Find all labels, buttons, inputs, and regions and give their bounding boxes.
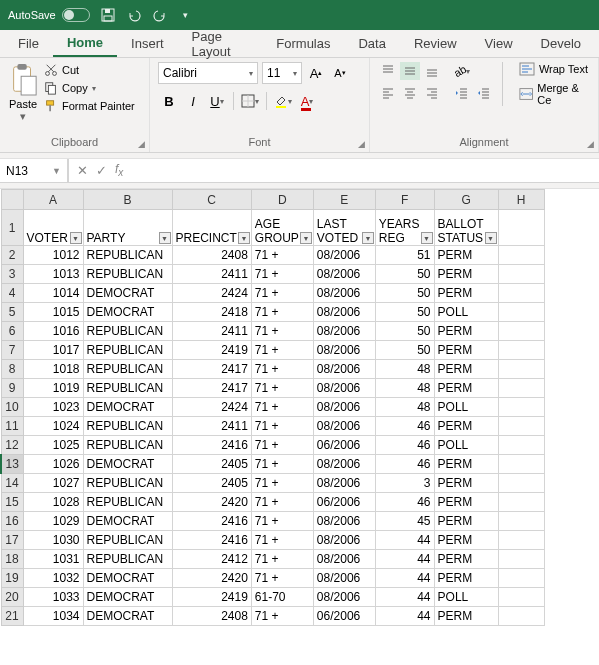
- cell[interactable]: 2411: [172, 322, 251, 341]
- fx-icon[interactable]: fx: [115, 162, 123, 178]
- cell[interactable]: 71 +: [251, 398, 313, 417]
- decrease-font-icon[interactable]: A▾: [330, 62, 350, 84]
- column-header[interactable]: A: [23, 190, 83, 210]
- row-header[interactable]: 2: [1, 246, 23, 265]
- cell[interactable]: REPUBLICAN: [83, 341, 172, 360]
- cell[interactable]: DEMOCRAT: [83, 607, 172, 626]
- cell[interactable]: PERM: [434, 379, 498, 398]
- row-header[interactable]: 17: [1, 531, 23, 550]
- cell[interactable]: 2416: [172, 436, 251, 455]
- cell[interactable]: 1029: [23, 512, 83, 531]
- redo-icon[interactable]: [152, 7, 168, 23]
- cell[interactable]: REPUBLICAN: [83, 436, 172, 455]
- cell[interactable]: 08/2006: [313, 569, 375, 588]
- cell[interactable]: PERM: [434, 246, 498, 265]
- row-header[interactable]: 7: [1, 341, 23, 360]
- dialog-launcher-icon[interactable]: ◢: [358, 139, 365, 149]
- row-header[interactable]: 18: [1, 550, 23, 569]
- row-header[interactable]: 4: [1, 284, 23, 303]
- field-header[interactable]: AGEGROUP▼: [251, 210, 313, 246]
- worksheet-grid[interactable]: ABCDEFGH1VOTER▼PARTY▼PRECINCT▼AGEGROUP▼L…: [0, 189, 599, 626]
- cell[interactable]: 08/2006: [313, 550, 375, 569]
- align-bottom-button[interactable]: [422, 62, 442, 80]
- cell[interactable]: PERM: [434, 360, 498, 379]
- cell[interactable]: DEMOCRAT: [83, 588, 172, 607]
- cell[interactable]: 71 +: [251, 569, 313, 588]
- cell[interactable]: 44: [375, 550, 434, 569]
- cell[interactable]: 1028: [23, 493, 83, 512]
- cell[interactable]: 08/2006: [313, 265, 375, 284]
- cell[interactable]: 50: [375, 265, 434, 284]
- cell[interactable]: 08/2006: [313, 322, 375, 341]
- row-header[interactable]: 11: [1, 417, 23, 436]
- cell[interactable]: 71 +: [251, 493, 313, 512]
- cancel-icon[interactable]: ✕: [77, 163, 88, 178]
- cell[interactable]: 2408: [172, 246, 251, 265]
- orientation-button[interactable]: ab▾: [452, 62, 472, 80]
- align-right-button[interactable]: [422, 84, 442, 102]
- column-header[interactable]: G: [434, 190, 498, 210]
- cell[interactable]: 44: [375, 531, 434, 550]
- cell[interactable]: 08/2006: [313, 303, 375, 322]
- cell[interactable]: 71 +: [251, 265, 313, 284]
- cell[interactable]: 2418: [172, 303, 251, 322]
- column-header[interactable]: H: [498, 190, 544, 210]
- row-header[interactable]: 14: [1, 474, 23, 493]
- cell[interactable]: 1019: [23, 379, 83, 398]
- row-header[interactable]: 9: [1, 379, 23, 398]
- cell[interactable]: 06/2006: [313, 493, 375, 512]
- field-header[interactable]: PRECINCT▼: [172, 210, 251, 246]
- cell[interactable]: REPUBLICAN: [83, 417, 172, 436]
- cell[interactable]: [498, 417, 544, 436]
- cell[interactable]: PERM: [434, 569, 498, 588]
- cell[interactable]: 2419: [172, 341, 251, 360]
- cell[interactable]: 71 +: [251, 474, 313, 493]
- row-header[interactable]: 5: [1, 303, 23, 322]
- row-header[interactable]: 8: [1, 360, 23, 379]
- cell[interactable]: POLL: [434, 588, 498, 607]
- font-color-button[interactable]: A▾: [296, 90, 318, 112]
- filter-dropdown-icon[interactable]: ▼: [362, 232, 374, 244]
- cell[interactable]: 2424: [172, 284, 251, 303]
- cell[interactable]: 71 +: [251, 379, 313, 398]
- cell[interactable]: 2417: [172, 360, 251, 379]
- align-left-button[interactable]: [378, 84, 398, 102]
- cell[interactable]: 08/2006: [313, 379, 375, 398]
- cell[interactable]: 71 +: [251, 284, 313, 303]
- cell[interactable]: 44: [375, 588, 434, 607]
- cell[interactable]: 50: [375, 322, 434, 341]
- tab-insert[interactable]: Insert: [117, 30, 178, 57]
- cell[interactable]: REPUBLICAN: [83, 493, 172, 512]
- filter-dropdown-icon[interactable]: ▼: [70, 232, 82, 244]
- cell[interactable]: [498, 210, 544, 246]
- cell[interactable]: 1024: [23, 417, 83, 436]
- tab-view[interactable]: View: [471, 30, 527, 57]
- tab-formulas[interactable]: Formulas: [262, 30, 344, 57]
- cell[interactable]: [498, 512, 544, 531]
- cell[interactable]: [498, 455, 544, 474]
- format-painter-button[interactable]: Format Painter: [42, 98, 137, 114]
- cell[interactable]: 1033: [23, 588, 83, 607]
- formula-input[interactable]: [131, 159, 599, 182]
- cell[interactable]: [498, 493, 544, 512]
- cell[interactable]: 2416: [172, 531, 251, 550]
- cell[interactable]: 71 +: [251, 341, 313, 360]
- cell[interactable]: 2424: [172, 398, 251, 417]
- cell[interactable]: 46: [375, 436, 434, 455]
- cell[interactable]: 08/2006: [313, 417, 375, 436]
- cell[interactable]: 46: [375, 493, 434, 512]
- cell[interactable]: 2419: [172, 588, 251, 607]
- cell[interactable]: DEMOCRAT: [83, 569, 172, 588]
- cell[interactable]: PERM: [434, 493, 498, 512]
- cell[interactable]: PERM: [434, 607, 498, 626]
- cell[interactable]: 44: [375, 607, 434, 626]
- cell[interactable]: 06/2006: [313, 607, 375, 626]
- cell[interactable]: REPUBLICAN: [83, 531, 172, 550]
- cell[interactable]: PERM: [434, 284, 498, 303]
- cell[interactable]: 50: [375, 284, 434, 303]
- cell[interactable]: 08/2006: [313, 531, 375, 550]
- column-header[interactable]: D: [251, 190, 313, 210]
- cell[interactable]: 71 +: [251, 531, 313, 550]
- cell[interactable]: DEMOCRAT: [83, 284, 172, 303]
- cell[interactable]: REPUBLICAN: [83, 474, 172, 493]
